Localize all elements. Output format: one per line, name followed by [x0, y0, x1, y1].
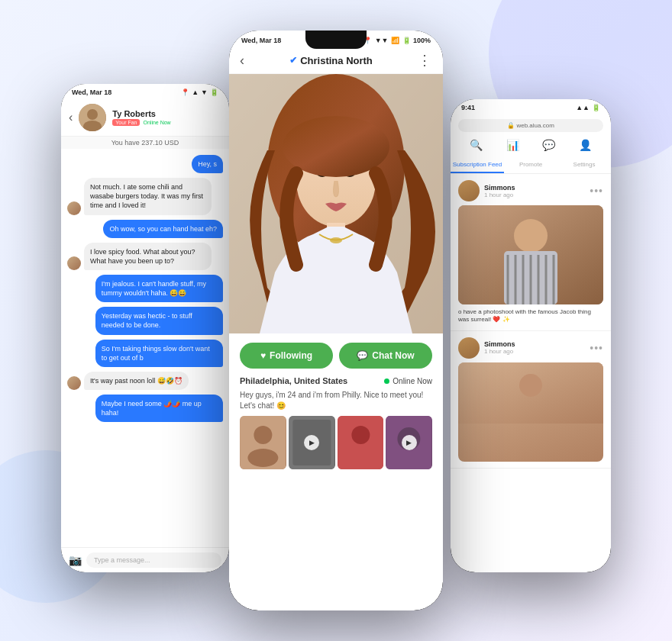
web-post-1-time: 1 hour ago: [484, 192, 515, 198]
web-header: 🔒 web.alua.com 🔍 📊 💬 👤: [451, 114, 611, 157]
heart-icon: ♥: [260, 350, 266, 361]
svg-point-1: [87, 109, 98, 120]
message-2: Not much. I ate some chili and wasabe bu…: [84, 178, 212, 214]
web-tabs: Subscription Feed Promote Settings: [451, 157, 611, 174]
message-8: It's way past noon loll 😅🤣⏰: [84, 372, 189, 390]
svg-point-18: [247, 449, 278, 467]
svg-point-26: [514, 219, 548, 253]
thumbnail-3[interactable]: [338, 416, 384, 469]
mini-avatar-3: [67, 376, 81, 390]
chat-icon: 💬: [357, 350, 368, 361]
message-input[interactable]: Type a message...: [86, 552, 221, 568]
status-icons-right: ▲▲ 🔋: [576, 104, 600, 111]
web-post-2-name: Simmons: [484, 340, 515, 348]
wifi-right: ▲▲: [576, 104, 590, 111]
thumbnail-2[interactable]: ▶: [289, 416, 335, 469]
battery-center: 🔋 100%: [402, 37, 431, 44]
phone-notch: [305, 31, 367, 49]
online-status: Online Now: [393, 377, 432, 385]
tab-settings[interactable]: Settings: [557, 157, 611, 173]
chat-avatar: [79, 104, 106, 131]
message-2-wrapper: Not much. I ate some chili and wasabe bu…: [67, 178, 223, 214]
lock-icon: 🔒: [507, 122, 515, 129]
location-text: Philadelphia, United States: [240, 376, 347, 385]
profile-bio: Hey guys, i'm 24 and i'm from Philly. Ni…: [240, 390, 432, 411]
profile-card: ♥ Following 💬 Chat Now Philadelphia, Uni…: [229, 333, 443, 475]
web-post-2-info: Simmons 1 hour ago: [484, 340, 515, 355]
status-time-left: Wed, Mar 18: [72, 89, 111, 96]
post-1-more[interactable]: •••: [590, 185, 603, 197]
url-bar[interactable]: 🔒 web.alua.com: [458, 119, 603, 132]
message-9: Maybe I need some 🌶️🌶️ me up haha!: [95, 395, 223, 422]
phone-left-screen: Wed, Mar 18 📍 ▲ ▼ 🔋 ‹: [61, 84, 229, 572]
chat-user-name: Ty Roberts: [112, 109, 221, 118]
web-post-2: Simmons 1 hour ago •••: [451, 331, 611, 469]
web-post-1-header: Simmons 1 hour ago •••: [458, 180, 603, 201]
camera-icon[interactable]: 📷: [69, 554, 82, 566]
online-dot: [384, 378, 389, 384]
status-icons-center: 📍 ▼▼ 📶 🔋 100%: [363, 37, 431, 44]
verified-icon: ✔: [289, 55, 297, 66]
chat-messages: Hey, s Not much. I ate some chili and wa…: [61, 149, 229, 547]
play-icon-4: ▶: [402, 435, 417, 450]
web-post-1: Simmons 1 hour ago •••: [451, 174, 611, 331]
web-post-2-time: 1 hour ago: [484, 348, 515, 355]
svg-point-14: [330, 237, 342, 243]
profile-buttons: ♥ Following 💬 Chat Now: [240, 343, 432, 369]
back-button-center[interactable]: ‹: [240, 53, 244, 69]
message-7: So I'm taking things slow don't want to …: [95, 340, 223, 367]
web-post-2-user: Simmons 1 hour ago: [458, 337, 515, 359]
avatar-icon: [79, 104, 106, 131]
mini-avatar-2: [67, 256, 81, 270]
phone-center: Wed, Mar 18 📍 ▼▼ 📶 🔋 100% ‹ ✔ Christina …: [229, 31, 443, 610]
search-nav-icon[interactable]: 🔍: [470, 139, 483, 151]
status-icons-left: 📍 ▲ ▼ 🔋: [181, 89, 218, 96]
battery-right: 🔋: [592, 104, 600, 111]
profile-location: Philadelphia, United States Online Now: [240, 376, 432, 385]
profile-name: Christina North: [300, 55, 373, 66]
thumb-svg-1: [240, 416, 286, 469]
wifi-center: 📶: [391, 37, 399, 44]
message-nav-icon[interactable]: 💬: [542, 139, 555, 151]
profile-nav-icon[interactable]: 👤: [579, 139, 592, 151]
thumbnail-4[interactable]: ▶: [386, 416, 432, 469]
play-icon-2: ▶: [304, 435, 319, 450]
tab-subscription[interactable]: Subscription Feed: [451, 157, 504, 173]
thumb-svg-3: [338, 416, 384, 469]
following-label: Following: [270, 350, 312, 361]
web-post-1-user: Simmons 1 hour ago: [458, 180, 515, 201]
center-header: ‹ ✔ Christina North ⋮: [229, 47, 443, 74]
web-post-1-info: Simmons 1 hour ago: [484, 184, 515, 198]
mini-avatar: [67, 201, 81, 215]
message-4-wrapper: I love spicy food. What about you? What …: [67, 243, 223, 270]
following-button[interactable]: ♥ Following: [240, 343, 333, 369]
message-4: I love spicy food. What about you? What …: [84, 243, 212, 270]
message-6: Yesterday was hectic - to stuff needed t…: [95, 307, 223, 334]
web-nav: 🔍 📊 💬 👤: [458, 136, 603, 153]
more-button-center[interactable]: ⋮: [418, 52, 432, 69]
tab-promote[interactable]: Promote: [504, 157, 557, 173]
phone-right: 9:41 ▲▲ 🔋 🔒 web.alua.com 🔍 📊 💬 👤: [451, 99, 611, 572]
message-3: Oh wow, so you can hand heat eh?: [103, 220, 223, 238]
web-post-2-image: [458, 362, 603, 462]
center-header-title: ✔ Christina North: [289, 55, 373, 66]
web-post-1-avatar: [458, 180, 480, 201]
back-button-left[interactable]: ‹: [69, 111, 73, 124]
fan-badge: Your Fan: [112, 119, 140, 126]
stats-nav-icon[interactable]: 📊: [506, 139, 519, 151]
online-indicator: Online Now: [384, 377, 432, 385]
post-image-svg-2: [458, 362, 603, 424]
post-2-more[interactable]: •••: [590, 342, 603, 354]
url-text: web.alua.com: [516, 122, 554, 129]
chat-header-info: Ty Roberts Your Fan Online Now: [112, 109, 221, 126]
status-time-right: 9:41: [461, 104, 475, 111]
web-post-2-avatar: [458, 337, 480, 359]
portrait-svg: [229, 74, 443, 333]
profile-thumbnails: ▶ ▶: [240, 411, 432, 469]
post-image-svg-1: [458, 205, 603, 304]
wifi-icon: ▲: [192, 89, 199, 96]
online-badge: Online Now: [143, 120, 170, 125]
thumbnail-1[interactable]: [240, 416, 286, 469]
chat-now-button[interactable]: 💬 Chat Now: [339, 343, 432, 369]
battery-icon-left: 🔋: [210, 89, 218, 96]
